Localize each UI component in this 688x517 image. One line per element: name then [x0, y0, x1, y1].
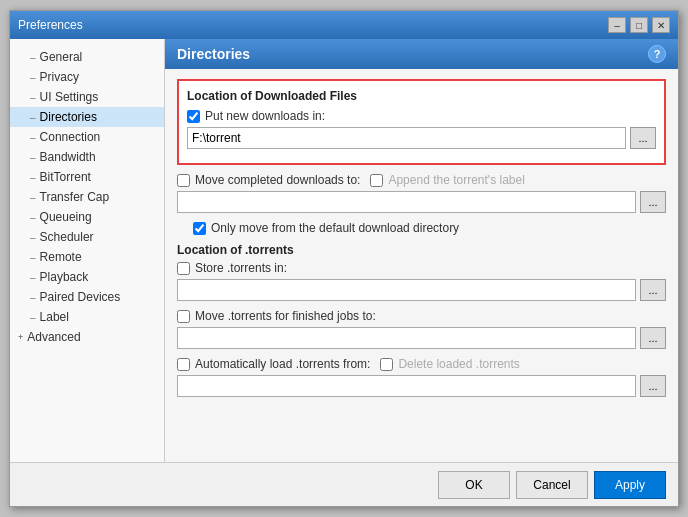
sidebar-label-remote: Remote: [40, 250, 82, 264]
browse-button-2[interactable]: ...: [640, 191, 666, 213]
sidebar-item-general[interactable]: General: [10, 47, 164, 67]
browse-button-4[interactable]: ...: [640, 327, 666, 349]
sidebar-item-transfer-cap[interactable]: Transfer Cap: [10, 187, 164, 207]
move-finished-row: Move .torrents for finished jobs to:: [177, 309, 666, 323]
sidebar-item-connection[interactable]: Connection: [10, 127, 164, 147]
sidebar-item-bandwidth[interactable]: Bandwidth: [10, 147, 164, 167]
append-label-checkbox[interactable]: [370, 174, 383, 187]
sidebar-label-queueing: Queueing: [40, 210, 92, 224]
window-body: General Privacy UI Settings Directories …: [10, 39, 678, 462]
section-title: Directories: [177, 46, 250, 62]
append-label: Append the torrent's label: [388, 173, 524, 187]
delete-loaded-row: Delete loaded .torrents: [380, 357, 519, 371]
location-torrents-title: Location of .torrents: [177, 243, 666, 257]
footer: OK Cancel Apply: [10, 462, 678, 506]
expander-icon: +: [18, 332, 23, 342]
move-completed-checkbox[interactable]: [177, 174, 190, 187]
title-bar: Preferences – □ ✕: [10, 11, 678, 39]
sidebar-label-playback: Playback: [40, 270, 89, 284]
sidebar-item-label[interactable]: Label: [10, 307, 164, 327]
delete-loaded-checkbox[interactable]: [380, 358, 393, 371]
sidebar-label-advanced: Advanced: [27, 330, 80, 344]
store-torrents-label: Store .torrents in:: [195, 261, 287, 275]
store-torrents-path-input[interactable]: [177, 279, 636, 301]
move-completed-group: Move completed downloads to: Append the …: [177, 173, 666, 213]
put-new-downloads-row: Put new downloads in:: [187, 109, 656, 123]
title-bar-controls: – □ ✕: [608, 17, 670, 33]
sidebar-label-privacy: Privacy: [40, 70, 79, 84]
store-torrents-checkbox[interactable]: [177, 262, 190, 275]
browse-button-3[interactable]: ...: [640, 279, 666, 301]
auto-load-group: Automatically load .torrents from: Delet…: [177, 357, 666, 397]
store-torrents-group: Store .torrents in: ...: [177, 261, 666, 301]
sidebar-item-playback[interactable]: Playback: [10, 267, 164, 287]
downloads-path-row: ...: [187, 127, 656, 149]
minimize-button[interactable]: –: [608, 17, 626, 33]
help-icon[interactable]: ?: [648, 45, 666, 63]
maximize-button[interactable]: □: [630, 17, 648, 33]
sidebar-label-scheduler: Scheduler: [40, 230, 94, 244]
ok-button[interactable]: OK: [438, 471, 510, 499]
sidebar-label-paired-devices: Paired Devices: [40, 290, 121, 304]
cancel-button[interactable]: Cancel: [516, 471, 588, 499]
sidebar-label-transfer-cap: Transfer Cap: [40, 190, 110, 204]
move-completed-checkbox-row: Move completed downloads to:: [177, 173, 360, 187]
move-finished-checkbox[interactable]: [177, 310, 190, 323]
sidebar-item-ui-settings[interactable]: UI Settings: [10, 87, 164, 107]
delete-loaded-label: Delete loaded .torrents: [398, 357, 519, 371]
sidebar-item-paired-devices[interactable]: Paired Devices: [10, 287, 164, 307]
store-torrents-row: Store .torrents in:: [177, 261, 666, 275]
auto-load-path-row: ...: [177, 375, 666, 397]
close-button[interactable]: ✕: [652, 17, 670, 33]
sidebar-item-queueing[interactable]: Queueing: [10, 207, 164, 227]
content-area: Location of Downloaded Files Put new dow…: [165, 69, 678, 415]
location-title: Location of Downloaded Files: [187, 89, 656, 103]
only-move-label: Only move from the default download dire…: [211, 221, 459, 235]
sidebar-item-remote[interactable]: Remote: [10, 247, 164, 267]
put-new-downloads-checkbox[interactable]: [187, 110, 200, 123]
auto-load-label: Automatically load .torrents from:: [195, 357, 370, 371]
sidebar-label-label: Label: [40, 310, 69, 324]
section-header: Directories ?: [165, 39, 678, 69]
put-new-downloads-label: Put new downloads in:: [205, 109, 325, 123]
sidebar-label-connection: Connection: [40, 130, 101, 144]
downloads-path-input[interactable]: [187, 127, 626, 149]
move-completed-label: Move completed downloads to:: [195, 173, 360, 187]
move-finished-path-row: ...: [177, 327, 666, 349]
auto-load-path-input[interactable]: [177, 375, 636, 397]
sidebar-label-bandwidth: Bandwidth: [40, 150, 96, 164]
browse-button-1[interactable]: ...: [630, 127, 656, 149]
sidebar-label-general: General: [40, 50, 83, 64]
only-move-checkbox[interactable]: [193, 222, 206, 235]
sidebar-label-directories: Directories: [40, 110, 97, 124]
sidebar-label-bittorrent: BitTorrent: [40, 170, 91, 184]
auto-load-checkbox-row: Automatically load .torrents from:: [177, 357, 370, 371]
auto-load-checkbox[interactable]: [177, 358, 190, 371]
main-content: Directories ? Location of Downloaded Fil…: [165, 39, 678, 462]
sidebar-item-directories[interactable]: Directories: [10, 107, 164, 127]
browse-button-5[interactable]: ...: [640, 375, 666, 397]
apply-button[interactable]: Apply: [594, 471, 666, 499]
move-finished-label: Move .torrents for finished jobs to:: [195, 309, 376, 323]
append-label-row: Append the torrent's label: [370, 173, 524, 187]
only-move-row: Only move from the default download dire…: [177, 221, 666, 235]
auto-load-row: Automatically load .torrents from: Delet…: [177, 357, 666, 375]
move-completed-path-row: ...: [177, 191, 666, 213]
move-completed-row: Move completed downloads to: Append the …: [177, 173, 666, 191]
store-torrents-path-row: ...: [177, 279, 666, 301]
sidebar-item-scheduler[interactable]: Scheduler: [10, 227, 164, 247]
move-completed-path-input[interactable]: [177, 191, 636, 213]
highlight-box: Location of Downloaded Files Put new dow…: [177, 79, 666, 165]
sidebar-item-privacy[interactable]: Privacy: [10, 67, 164, 87]
sidebar-item-advanced[interactable]: + Advanced: [10, 327, 164, 347]
window-title: Preferences: [18, 18, 83, 32]
move-finished-group: Move .torrents for finished jobs to: ...: [177, 309, 666, 349]
sidebar-item-bittorrent[interactable]: BitTorrent: [10, 167, 164, 187]
move-finished-path-input[interactable]: [177, 327, 636, 349]
sidebar: General Privacy UI Settings Directories …: [10, 39, 165, 462]
sidebar-label-ui-settings: UI Settings: [40, 90, 99, 104]
